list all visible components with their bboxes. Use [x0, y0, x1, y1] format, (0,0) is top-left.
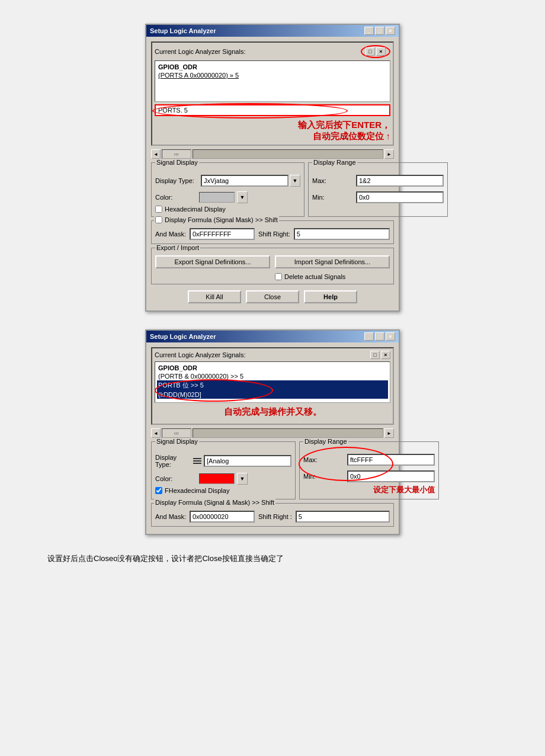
window2-max-label: Max: — [303, 456, 345, 463]
formula-group: Display Formula (Signal Mask) >> Shift A… — [151, 220, 394, 244]
signal-item-2: (PORTS A 0x00000020) » 5 — [157, 71, 388, 79]
window2-controls: _ □ × — [364, 332, 395, 341]
color-label: Color: — [155, 194, 197, 201]
shift-right-label: Shift Right: — [258, 230, 290, 238]
window2-titlebar: Setup Logic Analyzer _ □ × — [146, 331, 399, 342]
min-row: Min: — [312, 191, 444, 203]
window1-close[interactable]: × — [386, 27, 395, 35]
window2-shift-right-input[interactable] — [296, 511, 390, 523]
delete-checkbox[interactable] — [275, 273, 282, 280]
window2-signal-item-1: GPIOB_ODR — [157, 364, 388, 372]
window2-display-type-row: Display Type: — [155, 454, 291, 468]
window2-scroll-right[interactable]: ► — [384, 428, 394, 438]
window2-hex-label: FHexadecimal Display — [165, 487, 229, 494]
window2-signals-list: GPIOB_ODR (PORTB & 0x00000020) >> 5 PORT… — [155, 361, 390, 403]
caption: 设置好后点击Closeo没有确定按钮，设计者把Close按钮直接当确定了 — [47, 553, 498, 565]
export-label: Export / Import — [155, 244, 200, 251]
shift-right-input[interactable] — [294, 228, 390, 240]
window2-annotation1: 自动完成与操作并又移。 — [224, 406, 322, 417]
and-mask-input[interactable] — [190, 228, 255, 240]
window2-min-label: Min: — [303, 473, 345, 480]
scroll-right[interactable]: ► — [384, 149, 394, 159]
window2-display-type-label: Display Type: — [155, 454, 191, 468]
window1-maximize[interactable]: □ — [375, 27, 384, 35]
window1-content: Current Logic Analyzer Signals: □ × GPIO… — [146, 37, 399, 310]
window2: Setup Logic Analyzer _ □ × Current Logic… — [145, 329, 400, 535]
kill-all-btn[interactable]: Kill All — [188, 290, 241, 303]
window2-display-range-group: Display Range Max: Min: 设定下最大最小值 — [299, 441, 439, 499]
window2-hex-row: FHexadecimal Display — [155, 487, 291, 494]
color-swatch — [199, 192, 235, 203]
window2-max-input[interactable] — [347, 454, 435, 466]
window2-annotation: 自动完成与操作并又移。 — [155, 406, 390, 418]
annotation1: 输入完后按下ENTER， — [298, 120, 390, 130]
range-annotation: 设定下最大最小值 — [303, 485, 435, 495]
and-mask-label: And Mask: — [155, 230, 186, 238]
window2-inner-controls: □ × — [370, 351, 390, 359]
window2-maximize[interactable]: □ — [375, 332, 384, 341]
export-group: Export / Import Export Signal Definition… — [151, 248, 394, 284]
scroll-thumb: rrr — [162, 149, 191, 159]
window2-max-row: Max: — [303, 454, 435, 466]
window2-min-input[interactable] — [347, 470, 435, 482]
window2-signal-selected[interactable]: PORTB 位 >> 5 — [157, 380, 388, 390]
delete-label: Delete actual Signals — [284, 273, 345, 280]
window1-inner-dialog: Current Logic Analyzer Signals: □ × GPIO… — [151, 41, 394, 146]
min-input[interactable] — [356, 191, 444, 203]
window2-hex-checkbox[interactable] — [155, 487, 162, 494]
window2-display-range-label: Display Range — [303, 438, 348, 445]
help-btn[interactable]: Help — [304, 290, 357, 303]
hex-checkbox[interactable] — [155, 206, 162, 213]
display-type-input[interactable] — [201, 175, 288, 187]
window2-signal-display-group: Signal Display Display Type: — [151, 441, 296, 499]
scroll-left[interactable]: ◄ — [151, 149, 161, 159]
window1-titlebar: Setup Logic Analyzer _ □ × — [146, 25, 399, 37]
inner-label: Current Logic Analyzer Signals: — [155, 48, 245, 55]
close-btn[interactable]: Close — [246, 290, 299, 303]
signal-display-label: Signal Display — [155, 159, 199, 166]
window2-color-swatch — [199, 473, 235, 484]
delete-checkbox-row: Delete actual Signals — [275, 273, 390, 280]
window2-inner-dialog: Current Logic Analyzer Signals: □ × GPIO… — [151, 347, 394, 425]
window2-inner-close[interactable]: × — [381, 351, 390, 359]
export-btn[interactable]: Export Signal Definitions... — [155, 255, 270, 268]
inner-close[interactable]: × — [376, 47, 386, 56]
window2-and-mask-label: And Mask: — [155, 513, 186, 520]
display-type-container — [192, 455, 291, 467]
display-range-label: Display Range — [312, 159, 357, 166]
scroll-track — [193, 149, 383, 159]
window2-display-type-input[interactable] — [204, 455, 291, 467]
signal-input[interactable] — [155, 104, 390, 116]
display-type-dropdown[interactable]: ▼ — [290, 175, 300, 187]
window2-title: Setup Logic Analyzer — [150, 333, 216, 340]
settings-row: Signal Display Display Type: ▼ Color: ▼ — [151, 162, 394, 217]
window2-formula-inputs: And Mask: Shift Right : — [155, 511, 390, 523]
export-col-right: Import Signal Definitions... Delete actu… — [275, 255, 390, 280]
window2-color-dropdown[interactable]: ▼ — [237, 473, 248, 485]
inner-restore[interactable]: □ — [366, 47, 375, 56]
signal-display-group: Signal Display Display Type: ▼ Color: ▼ — [151, 162, 304, 217]
window2-close[interactable]: × — [386, 332, 395, 341]
max-row: Max: — [312, 175, 444, 187]
window1-minimize[interactable]: _ — [364, 27, 374, 35]
selected-signal-container: PORTB 位 >> 5 (kDDD(M)02D] — [157, 380, 388, 399]
max-label: Max: — [312, 177, 354, 184]
window2-scroll-track — [193, 428, 383, 438]
set-range-annotation: 设定下最大最小值 — [373, 485, 435, 494]
window2-and-mask-input[interactable] — [190, 511, 255, 523]
signals-list: GPIOB_ODR (PORTS A 0x00000020) » 5 — [155, 60, 390, 102]
window2-inner-header: Current Logic Analyzer Signals: □ × — [155, 351, 390, 359]
window2-minimize[interactable]: _ — [364, 332, 374, 341]
window2-scrollbar-row: ◄ rrr ► — [151, 428, 394, 438]
window2-scroll-left[interactable]: ◄ — [151, 428, 161, 438]
window2-inner-restore[interactable]: □ — [370, 351, 380, 359]
window2-formula-header: Display Formula (Signal & Mask) >> Shift — [154, 499, 275, 506]
formula-label: Display Formula (Signal Mask) >> Shift — [165, 216, 278, 223]
import-btn[interactable]: Import Signal Definitions... — [275, 255, 390, 268]
formula-checkbox[interactable] — [155, 216, 162, 223]
max-input[interactable] — [356, 175, 444, 187]
window2-signal-display-label: Signal Display — [155, 438, 199, 445]
selected-signal-text: PORTB 位 >> 5 — [158, 382, 204, 389]
signal-item-1: GPIOB_ODR — [157, 63, 388, 71]
color-dropdown[interactable]: ▼ — [237, 191, 248, 203]
